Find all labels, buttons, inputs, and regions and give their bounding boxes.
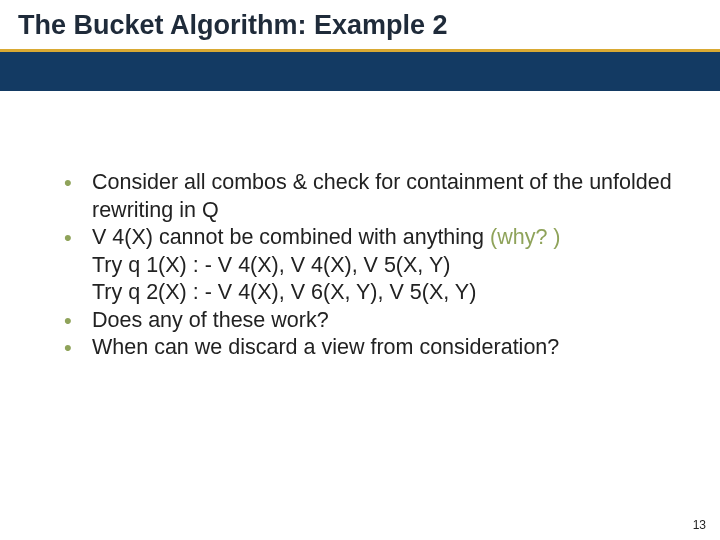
list-item: Consider all combos & check for containm… — [58, 169, 682, 224]
why-annotation: (why? ) — [490, 225, 560, 249]
page-number: 13 — [693, 518, 706, 532]
bullet-text: V 4(X) cannot be combined with anything … — [92, 224, 682, 252]
list-item: When can we discard a view from consider… — [58, 334, 682, 362]
list-item: V 4(X) cannot be combined with anything … — [58, 224, 682, 307]
bullet-text: When can we discard a view from consider… — [92, 334, 682, 362]
title-bar: The Bucket Algorithm: Example 2 — [0, 0, 720, 49]
bullet-list: Consider all combos & check for containm… — [58, 169, 682, 362]
bullet-text: Does any of these work? — [92, 307, 682, 335]
bullet-text: Consider all combos & check for containm… — [92, 169, 682, 224]
content-area: Consider all combos & check for containm… — [0, 91, 720, 362]
list-item: Does any of these work? — [58, 307, 682, 335]
bullet-text: Try q 1(X) : - V 4(X), V 4(X), V 5(X, Y) — [92, 252, 682, 280]
slide-title: The Bucket Algorithm: Example 2 — [18, 10, 702, 41]
accent-band — [0, 49, 720, 91]
bullet-text: Try q 2(X) : - V 4(X), V 6(X, Y), V 5(X,… — [92, 279, 682, 307]
